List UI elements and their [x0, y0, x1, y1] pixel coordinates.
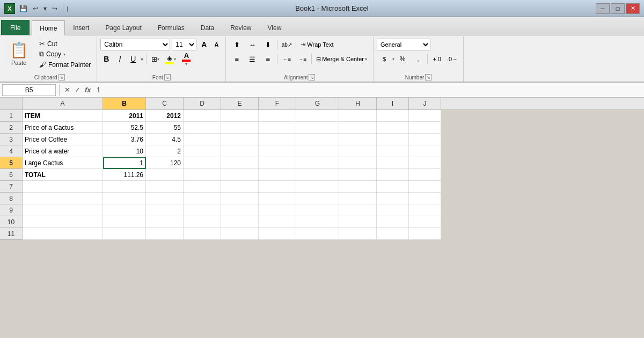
cell-h2[interactable]: [339, 122, 377, 134]
align-bottom-button[interactable]: ⬇: [260, 39, 275, 50]
cell-a6[interactable]: TOTAL: [23, 169, 103, 181]
cell-e6[interactable]: [221, 169, 259, 181]
decrease-decimal-button[interactable]: .0→: [445, 53, 460, 65]
cell-a9[interactable]: [23, 204, 103, 216]
cell-d2[interactable]: [184, 122, 221, 134]
merge-center-button[interactable]: ⊟ Merge & Center ▾: [313, 53, 370, 65]
cell-f11[interactable]: [259, 228, 296, 240]
align-top-button[interactable]: ⬆: [229, 39, 244, 50]
fill-color-button[interactable]: ◈ ▾: [163, 53, 178, 65]
number-expander[interactable]: ↘: [425, 74, 431, 80]
cell-f9[interactable]: [259, 204, 296, 216]
cell-i4[interactable]: [377, 145, 409, 157]
cell-h1[interactable]: [339, 110, 377, 122]
cell-b5[interactable]: 1: [103, 157, 146, 169]
col-header-f[interactable]: F: [259, 98, 296, 109]
cell-a4[interactable]: Price of a water: [23, 145, 103, 157]
cut-button[interactable]: ✂ Cut: [36, 39, 93, 49]
confirm-button[interactable]: ✓: [73, 84, 82, 96]
cell-h6[interactable]: [339, 169, 377, 181]
cell-g2[interactable]: [296, 122, 339, 134]
cell-c2[interactable]: 55: [146, 122, 184, 134]
cell-f1[interactable]: [259, 110, 296, 122]
cell-j5[interactable]: [409, 157, 441, 169]
cell-j1[interactable]: [409, 110, 441, 122]
cell-d1[interactable]: [184, 110, 221, 122]
row-header-4[interactable]: 4: [0, 145, 22, 157]
font-color-button[interactable]: A ▾: [180, 53, 193, 65]
cell-d11[interactable]: [184, 228, 221, 240]
cell-b8[interactable]: [103, 193, 146, 204]
text-orientation-button[interactable]: ab↗: [279, 39, 294, 50]
cell-j6[interactable]: [409, 169, 441, 181]
cell-b10[interactable]: [103, 216, 146, 228]
cell-c1[interactable]: 2012: [146, 110, 184, 122]
font-name-select[interactable]: Calibri: [100, 39, 170, 50]
cell-h5[interactable]: [339, 157, 377, 169]
cell-b9[interactable]: [103, 204, 146, 216]
cell-f4[interactable]: [259, 145, 296, 157]
tab-insert[interactable]: Insert: [65, 20, 97, 35]
cell-i2[interactable]: [377, 122, 409, 134]
cell-j2[interactable]: [409, 122, 441, 134]
col-header-j[interactable]: J: [409, 98, 441, 109]
cell-b11[interactable]: [103, 228, 146, 240]
number-format-select[interactable]: General: [377, 39, 430, 50]
accounting-button[interactable]: $: [377, 53, 392, 65]
accounting-dropdown[interactable]: ▾: [392, 57, 394, 62]
align-right-button[interactable]: ≡: [260, 53, 275, 65]
cell-h11[interactable]: [339, 228, 377, 240]
row-header-2[interactable]: 2: [0, 122, 22, 134]
increase-font-size-button[interactable]: A: [198, 39, 210, 50]
cell-i6[interactable]: [377, 169, 409, 181]
cell-f5[interactable]: [259, 157, 296, 169]
cell-g6[interactable]: [296, 169, 339, 181]
cell-g10[interactable]: [296, 216, 339, 228]
cell-i11[interactable]: [377, 228, 409, 240]
cell-f2[interactable]: [259, 122, 296, 134]
cell-j3[interactable]: [409, 134, 441, 145]
cell-d5[interactable]: [184, 157, 221, 169]
underline-button[interactable]: U: [127, 53, 139, 65]
tab-file[interactable]: File: [1, 20, 30, 35]
minimize-button[interactable]: ─: [596, 3, 610, 14]
tab-home[interactable]: Home: [32, 20, 65, 35]
cell-a11[interactable]: [23, 228, 103, 240]
cell-i8[interactable]: [377, 193, 409, 204]
cell-c3[interactable]: 4.5: [146, 134, 184, 145]
save-button[interactable]: 💾: [17, 4, 30, 13]
cell-c7[interactable]: [146, 181, 184, 193]
cell-e8[interactable]: [221, 193, 259, 204]
cell-e10[interactable]: [221, 216, 259, 228]
cell-g7[interactable]: [296, 181, 339, 193]
cell-e4[interactable]: [221, 145, 259, 157]
clipboard-expander[interactable]: ↘: [58, 74, 65, 80]
col-header-e[interactable]: E: [221, 98, 259, 109]
comma-button[interactable]: ,: [411, 53, 426, 65]
border-button[interactable]: ⊞ ▾: [149, 53, 162, 65]
underline-dropdown[interactable]: ▾: [141, 56, 143, 62]
cell-i10[interactable]: [377, 216, 409, 228]
paste-button[interactable]: 📋 Paste: [5, 39, 32, 68]
cell-b7[interactable]: [103, 181, 146, 193]
cell-d3[interactable]: [184, 134, 221, 145]
cell-f7[interactable]: [259, 181, 296, 193]
cell-c11[interactable]: [146, 228, 184, 240]
cell-h4[interactable]: [339, 145, 377, 157]
format-painter-button[interactable]: 🖌 Format Painter: [36, 60, 93, 70]
cell-h10[interactable]: [339, 216, 377, 228]
row-header-5[interactable]: 5: [0, 157, 22, 169]
formula-input[interactable]: [95, 84, 642, 96]
col-header-c[interactable]: C: [146, 98, 184, 109]
align-middle-button[interactable]: ↔: [245, 39, 260, 50]
cell-f10[interactable]: [259, 216, 296, 228]
cell-g8[interactable]: [296, 193, 339, 204]
cell-d9[interactable]: [184, 204, 221, 216]
col-header-b[interactable]: B: [103, 98, 146, 109]
cell-d4[interactable]: [184, 145, 221, 157]
cell-g5[interactable]: [296, 157, 339, 169]
cell-j4[interactable]: [409, 145, 441, 157]
cell-d7[interactable]: [184, 181, 221, 193]
cell-a5[interactable]: Large Cactus: [23, 157, 103, 169]
cell-a10[interactable]: [23, 216, 103, 228]
